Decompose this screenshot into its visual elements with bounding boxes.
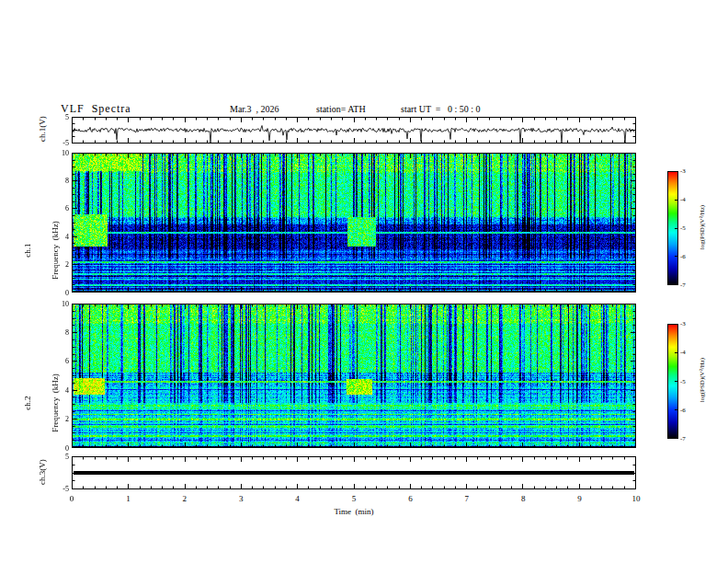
ch1-spectrogram [72,153,636,293]
figure-title: VLF Spectra [61,102,131,116]
spec2-ytick-label: 8 [53,328,69,337]
vlf-spectra-figure: VLF Spectra Mar.3 , 2026 station= ATH st… [0,0,728,563]
spec1-ytick-label: 2 [53,260,69,269]
spec1-ytick-label: 4 [53,233,69,241]
x-axis-tick-label: 7 [461,494,472,503]
cb2-tick-label: -5 [680,378,695,385]
ch1-waveform-plot [72,117,636,144]
ch2-spec-ylabel-line1: ch.2 [23,334,32,472]
x-axis-tick-label: 3 [235,494,246,503]
x-axis-tick-label: 5 [348,494,359,503]
ch3-ytick-label: 5 [53,453,69,461]
spec1-ytick-label: 8 [53,177,69,185]
spec2-ytick-label: 6 [53,357,69,365]
cb1-tick-label: -3 [680,167,695,175]
ch3-ytick-label: -5 [53,485,69,493]
spec2-ytick-label: 2 [53,415,69,423]
cb2-tick-label: -6 [680,407,695,414]
cb1-tick-label: -5 [680,224,695,232]
cb1-tick-label: -7 [680,282,695,289]
date-label: Mar.3 , 2026 [230,104,279,114]
x-axis-tick-label: 10 [631,494,642,503]
colorbar-ch2-label: log(PSD)(V²/Hz) [698,328,707,431]
x-axis-tick-label: 9 [574,494,586,503]
x-axis-title: Time (min) [299,507,409,516]
colorbar-ch1-label: log(PSD)(V²/Hz) [698,176,707,279]
colorbar-ch1 [667,171,678,285]
ch1-spec-ylabel-line2: Frequency (kHz) [51,181,60,319]
ch1-wave-ytick-label: 5 [53,113,69,121]
colorbar-ch2 [667,324,678,439]
ch1-spec-ylabel-line1: ch.1 [23,181,32,319]
x-axis-tick-label: 8 [518,494,529,503]
station-label: station= ATH [316,104,366,114]
ch1-spectrogram-ylabel: ch.1 Frequency (kHz) [5,181,78,319]
x-axis-tick-label: 0 [66,494,77,503]
x-axis-tick-label: 2 [179,494,190,503]
ch1-wave-ytick-label: -5 [53,139,69,147]
cb2-tick-label: -7 [680,435,695,442]
cb2-tick-label: -4 [680,349,695,356]
spec1-ytick-label: 10 [53,149,69,157]
cb1-tick-label: -4 [680,196,695,203]
x-axis-tick-label: 1 [122,494,133,503]
x-axis-tick-label: 6 [404,494,415,503]
spec2-ytick-label: 4 [53,386,69,395]
ch1-waveform-ylabel: ch.1(V) [38,74,47,184]
x-axis-tick-label: 4 [292,494,303,503]
spec2-ytick-label: 0 [53,444,69,453]
start-ut-label: start UT = 0 : 50 : 0 [401,104,481,114]
spec1-ytick-label: 0 [53,289,69,297]
cb2-tick-label: -3 [680,320,695,327]
ch2-spectrogram [72,304,636,448]
ch3-waveform-plot [72,456,636,489]
ch3-ylabel: ch.3(V) [38,417,47,527]
cb1-tick-label: -6 [680,253,695,260]
spec1-ytick-label: 6 [53,204,69,213]
spec2-ytick-label: 10 [53,300,69,308]
